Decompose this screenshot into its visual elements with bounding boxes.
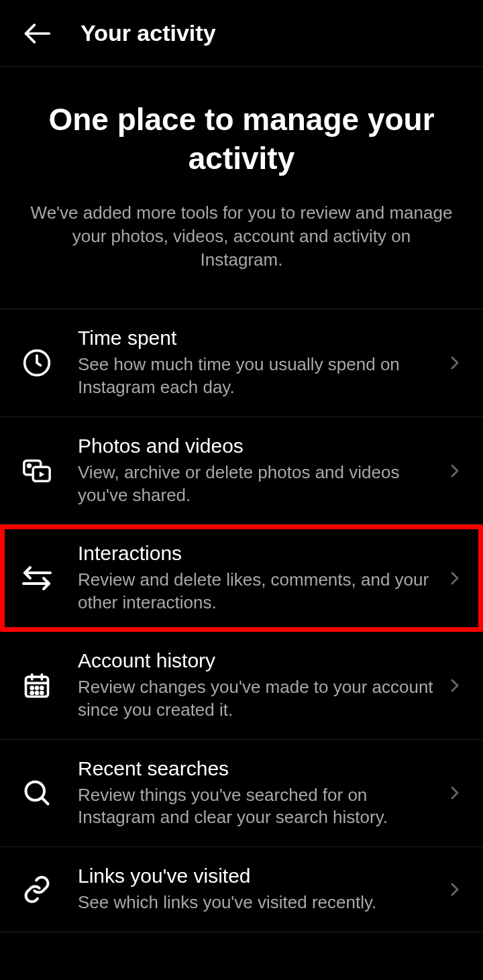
list-item-account-history[interactable]: Account history Review changes you've ma… [0, 632, 483, 740]
list-item-photos-videos[interactable]: Photos and videos View, archive or delet… [0, 417, 483, 525]
item-desc: View, archive or delete photos and video… [78, 461, 433, 507]
item-title: Account history [78, 649, 433, 672]
item-title: Interactions [78, 542, 433, 565]
page-title: Your activity [80, 20, 216, 46]
item-text: Links you've visited See which links you… [78, 865, 433, 914]
chevron-right-icon [447, 355, 463, 371]
intro-section: One place to manage your activity We've … [0, 67, 483, 309]
media-icon [20, 454, 54, 488]
clock-icon [20, 346, 54, 380]
item-title: Links you've visited [78, 865, 433, 887]
item-text: Time spent See how much time you usually… [78, 327, 433, 399]
chevron-right-icon [447, 881, 463, 897]
item-text: Photos and videos View, archive or delet… [78, 435, 433, 507]
svg-point-13 [36, 687, 38, 689]
item-text: Account history Review changes you've ma… [78, 649, 433, 722]
list-item-time-spent[interactable]: Time spent See how much time you usually… [0, 309, 483, 417]
list-item-links-visited[interactable]: Links you've visited See which links you… [0, 847, 483, 932]
back-arrow-icon [22, 19, 52, 48]
list-item-interactions[interactable]: Interactions Review and delete likes, co… [0, 525, 483, 632]
item-desc: See which links you've visited recently. [78, 891, 433, 914]
item-title: Time spent [78, 327, 433, 349]
svg-point-14 [41, 687, 43, 689]
item-title: Recent searches [78, 757, 433, 780]
item-text: Recent searches Review things you've sea… [78, 757, 433, 830]
item-desc: See how much time you usually spend on I… [78, 353, 433, 399]
item-title: Photos and videos [78, 435, 433, 457]
interactions-icon [20, 561, 54, 595]
item-desc: Review and delete likes, comments, and y… [78, 569, 433, 614]
svg-point-3 [28, 464, 31, 467]
item-text: Interactions Review and delete likes, co… [78, 542, 433, 614]
search-icon [20, 776, 54, 810]
calendar-icon [20, 669, 54, 702]
svg-point-12 [31, 687, 33, 689]
svg-point-15 [31, 692, 33, 694]
back-button[interactable] [20, 17, 54, 50]
chevron-right-icon [447, 570, 463, 586]
chevron-right-icon [447, 785, 463, 801]
header: Your activity [0, 0, 483, 67]
chevron-right-icon [447, 677, 463, 694]
svg-line-19 [42, 798, 48, 804]
svg-point-16 [36, 692, 38, 694]
intro-heading: One place to manage your activity [30, 101, 453, 178]
chevron-right-icon [447, 463, 463, 479]
svg-point-17 [41, 692, 43, 694]
intro-subtitle: We've added more tools for you to review… [30, 201, 453, 272]
list-item-recent-searches[interactable]: Recent searches Review things you've sea… [0, 740, 483, 848]
link-icon [20, 873, 54, 906]
item-desc: Review things you've searched for on Ins… [78, 784, 433, 830]
item-desc: Review changes you've made to your accou… [78, 676, 433, 722]
